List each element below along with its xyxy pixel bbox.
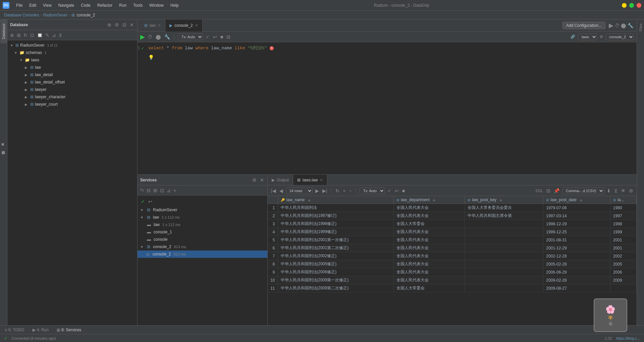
- table-cell[interactable]: 2001-12-29: [543, 244, 610, 252]
- last-row-icon[interactable]: ▶|: [322, 187, 328, 194]
- table-cell[interactable]: [465, 220, 543, 228]
- table-cell[interactable]: 中华人民共和国刑法(2002修正): [278, 252, 393, 260]
- minimize-button[interactable]: [622, 3, 627, 8]
- prev-page-icon[interactable]: ◀: [279, 187, 284, 194]
- db-context-select[interactable]: laws: [578, 34, 597, 40]
- results-cancel-icon[interactable]: ■: [401, 187, 406, 194]
- sort-icon[interactable]: ⊿: [51, 32, 57, 39]
- schema-context-select[interactable]: console_2: [605, 34, 634, 40]
- table-cell[interactable]: 全国人民代表大会: [393, 252, 465, 260]
- table-cell[interactable]: 1979-07-06: [543, 204, 610, 212]
- services-sort-icon[interactable]: ⊿: [166, 187, 171, 194]
- commit-icon[interactable]: ✓: [205, 34, 210, 40]
- table-cell[interactable]: 中华人民共和国刑法(1998修正): [278, 220, 393, 228]
- run-button[interactable]: ▶: [608, 21, 614, 30]
- maximize-button[interactable]: [629, 3, 634, 8]
- add-configuration-button[interactable]: Add Configuration...: [562, 22, 605, 29]
- table-cell[interactable]: [465, 236, 543, 244]
- table-cell[interactable]: 全国人民代表大会: [393, 276, 465, 284]
- pin-icon[interactable]: 📌: [553, 187, 560, 194]
- tx-select[interactable]: Tx: Auto: [178, 34, 203, 40]
- services-rollback-icon[interactable]: ↩: [148, 198, 153, 205]
- view-icon[interactable]: 👁: [620, 187, 626, 194]
- law-tab-close[interactable]: ✕: [158, 23, 161, 28]
- service-item-radiumsever[interactable]: ▼ ⊞ RadiumSever: [138, 206, 267, 214]
- csv-format-select[interactable]: Comma-...d (CSV): [562, 187, 604, 194]
- results-filter-icon[interactable]: ⊻: [613, 187, 618, 194]
- service-item-law-child[interactable]: ▬ law 1 s 112 ms: [138, 221, 267, 228]
- menu-help[interactable]: Help: [168, 2, 181, 8]
- tx-auto-select[interactable]: Tx: Auto: [360, 187, 385, 194]
- services-collapse-icon[interactable]: ⊞: [153, 187, 158, 194]
- table-cell[interactable]: 2001: [610, 244, 636, 252]
- services-add-icon[interactable]: +: [173, 187, 177, 194]
- tree-table-lawyer[interactable]: ▶ ⊞ lawyer: [7, 86, 137, 93]
- service-item-console2-group[interactable]: ▼ ⊞ console_2 613 ms: [138, 243, 267, 250]
- clock-icon[interactable]: ⏱: [147, 34, 153, 40]
- remove-row-icon[interactable]: −: [348, 187, 352, 194]
- wrench-icon[interactable]: 🔧: [627, 22, 634, 29]
- table-cell[interactable]: 全国人民代表大会: [393, 268, 465, 276]
- status-url[interactable]: https://blog.c...: [616, 336, 640, 340]
- coverage-icon[interactable]: ⬤: [620, 22, 627, 29]
- table-cell[interactable]: 全国人民代表大会: [393, 228, 465, 236]
- bottom-tab-todo[interactable]: ≡ 6: TODO: [3, 327, 26, 333]
- tree-table-law-detail-offset[interactable]: ▶ ⊞ law_detail_offset: [7, 78, 137, 86]
- copy-icon[interactable]: ⊞: [16, 32, 21, 39]
- filter2-icon[interactable]: ⊻: [58, 32, 63, 39]
- ddl-expand-icon[interactable]: ⊟: [546, 187, 551, 194]
- menu-code[interactable]: Code: [78, 2, 93, 8]
- table-cell[interactable]: 全国人大常务委员会委次: [465, 204, 543, 212]
- rollback-icon[interactable]: ↩: [212, 34, 218, 40]
- refresh-icon[interactable]: ↻: [23, 32, 28, 39]
- service-item-console[interactable]: ▬ console: [138, 236, 267, 243]
- menu-file[interactable]: File: [13, 2, 25, 8]
- filter-icon[interactable]: 🔲: [36, 32, 43, 39]
- close-panel-icon[interactable]: ✕: [129, 21, 135, 28]
- vertical-tab-database[interactable]: Database: [0, 19, 7, 43]
- tree-table-lawyer-court[interactable]: ▶ ⊞ lawyer_court: [7, 101, 137, 108]
- header-law-name[interactable]: 🔑 law_name ▲: [278, 196, 393, 204]
- table-cell[interactable]: 2002: [610, 252, 636, 260]
- breadcrumb-radiumsever[interactable]: RadiumSever: [43, 13, 68, 17]
- table-cell[interactable]: 2009-02-28: [543, 276, 610, 284]
- table-cell[interactable]: 2006: [610, 268, 636, 276]
- menu-run[interactable]: Run: [116, 2, 129, 8]
- cancel-icon[interactable]: ■: [220, 34, 224, 40]
- table-cell[interactable]: 2005: [610, 260, 636, 268]
- edit-icon[interactable]: ✎: [45, 32, 50, 39]
- tree-radiumsever[interactable]: ▼ ⊞ RadiumSever 1 of 11: [7, 42, 137, 49]
- table-cell[interactable]: 中华人民共和国刑法(2005修正): [278, 260, 393, 268]
- table-cell[interactable]: [610, 284, 636, 292]
- table-cell[interactable]: [465, 284, 543, 292]
- menu-view[interactable]: View: [40, 2, 54, 8]
- ddl-label[interactable]: DDL: [535, 188, 544, 193]
- editor-tab-console2[interactable]: ▶ console_2 ✕: [165, 19, 203, 32]
- add-row-icon[interactable]: +: [342, 187, 346, 194]
- table-cell[interactable]: 1999-12-25: [543, 228, 610, 236]
- first-row-icon[interactable]: |◀: [270, 187, 277, 194]
- download-icon[interactable]: ⬇: [606, 187, 611, 194]
- table-cell[interactable]: 全国人民代表大会: [393, 236, 465, 244]
- header-law-post-key[interactable]: ⊞ law_post_key ▲: [465, 196, 543, 204]
- table-cell[interactable]: 2002-12-28: [543, 252, 610, 260]
- tree-table-lawyer-character[interactable]: ▶ ⊞ lawyer_character: [7, 93, 137, 101]
- breadcrumb-console2[interactable]: ⊞ console_2: [71, 13, 95, 17]
- results-tab-output[interactable]: ▶ Output: [268, 175, 293, 185]
- sql-editor[interactable]: select * from law where law_name like "%…: [148, 45, 634, 172]
- results-commit-icon[interactable]: ✓: [387, 187, 392, 194]
- table-cell[interactable]: 2009: [610, 276, 636, 284]
- services-settings-icon[interactable]: ⚙: [252, 177, 257, 183]
- table-cell[interactable]: 全国人大常委会: [393, 284, 465, 292]
- table-cell[interactable]: 全国人民代表大会: [393, 212, 465, 220]
- results-tab-laws-law[interactable]: ⊞ laws.law ✕: [293, 175, 327, 185]
- col-postdate-sort-icon[interactable]: ▲: [579, 197, 583, 202]
- table-row[interactable]: 8中华人民共和国刑法(2005修正)全国人民代表大会2005-02-282005: [268, 260, 637, 268]
- table-row[interactable]: 9中华人民共和国刑法(2006修正)全国人民代表大会2006-06-292006: [268, 268, 637, 276]
- table-cell[interactable]: 中华人民共和国刑法(1999修正): [278, 228, 393, 236]
- table-cell[interactable]: 1998-12-29: [543, 220, 610, 228]
- header-law-post-date[interactable]: ⊞ law_post_date ▲: [543, 196, 610, 204]
- services-check-icon[interactable]: ✓: [140, 198, 146, 205]
- header-law-extra[interactable]: ⊞ la...: [610, 196, 636, 204]
- table-cell[interactable]: [465, 276, 543, 284]
